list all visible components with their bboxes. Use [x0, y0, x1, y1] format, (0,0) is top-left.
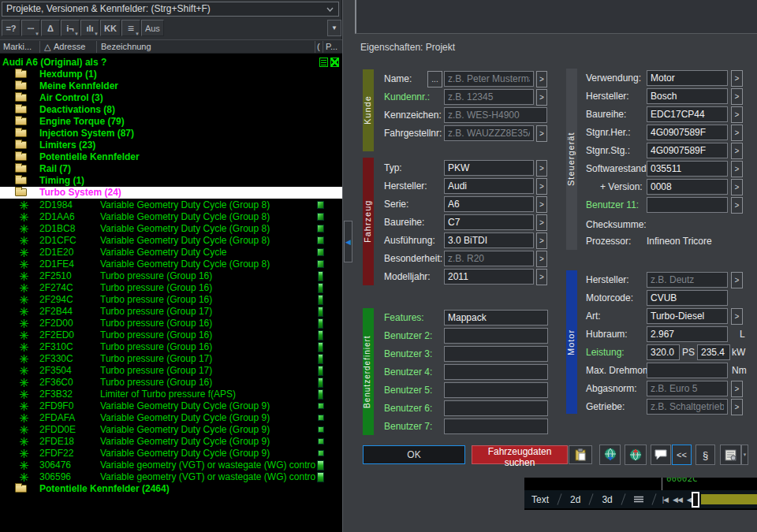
ausfuehrung-arrow-button[interactable]: > [536, 233, 547, 249]
map-row[interactable]: 2F310CTurbo pressure (Group 16) [0, 341, 342, 353]
leistung-ps-input[interactable] [647, 344, 680, 360]
verwendung-input[interactable] [647, 70, 728, 86]
tree-folder-meine-kennfelder[interactable]: Meine Kennfelder [0, 80, 342, 92]
map-row[interactable]: 2F2ED0Turbo pressure (Group 16) [0, 329, 342, 341]
nav-fast-back-button[interactable]: ◀◀ [673, 496, 682, 504]
max-drehmoment-input[interactable] [647, 363, 728, 378]
nav-first-button[interactable]: |◀ [662, 496, 668, 504]
map-row[interactable]: 2F3B32Limiter of Turbo pressure f(APS) [0, 389, 342, 400]
tree-folder-air-control[interactable]: Air Control (3) [0, 92, 342, 104]
globe-upload-button[interactable] [625, 445, 647, 465]
map-row[interactable]: 2D1E20Variable Geometry Duty Cycle [0, 247, 342, 259]
tree-folder-engine-torque[interactable]: Engine Torque (79) [0, 116, 342, 128]
horizontal-scrollbar[interactable] [701, 494, 757, 504]
stg-hersteller-arrow-button[interactable]: > [731, 88, 743, 105]
toolbar-dropdown-button[interactable]: ▼ [327, 20, 341, 36]
map-row[interactable]: 2D1AA6Variable Geometry Duty Cycle (Grou… [0, 211, 342, 223]
equals-question-icon[interactable]: =? [2, 20, 21, 36]
stg-hersteller-input[interactable] [647, 88, 728, 104]
collapse-dialog-button[interactable]: << [672, 445, 692, 465]
map-row[interactable]: 2FDD0EVariable Geometry Duty Cycle (Grou… [0, 424, 342, 436]
benutzer7-input[interactable] [444, 419, 548, 434]
tree-folder-limiters[interactable]: Limiters (23) [0, 140, 342, 151]
tree-folder-injection-system[interactable]: Injection System (87) [0, 128, 342, 140]
comment-button[interactable] [651, 445, 671, 465]
map-row[interactable]: 2F294CTurbo pressure (Group 16) [0, 294, 342, 306]
map-row[interactable]: 2F2D00Turbo pressure (Group 16) [0, 318, 342, 329]
map-row[interactable]: 2FD9F0Variable Geometry Duty Cycle (Grou… [0, 400, 342, 412]
art-input[interactable] [647, 308, 728, 324]
search-vehicle-data-button[interactable]: Fahrzeugdaten suchen [472, 445, 568, 464]
version-input[interactable] [647, 179, 728, 195]
tree-folder-potentielle-2464[interactable]: Potentielle Kennfelder (2464) [0, 483, 342, 495]
abgasnorm-arrow-button[interactable]: > [731, 381, 743, 397]
map-row[interactable]: 2F2B44Turbo pressure (Group 17) [0, 306, 342, 318]
motor-hersteller-arrow-button[interactable]: > [731, 272, 743, 288]
map-row[interactable]: 2F36C0Turbo pressure (Group 16) [0, 377, 342, 389]
delta-icon[interactable]: Δ [41, 20, 60, 36]
column-preview[interactable]: P... [326, 42, 337, 51]
column-divider[interactable] [315, 41, 315, 53]
notes-dropdown-button[interactable]: ▼ [741, 445, 748, 465]
getriebe-input[interactable] [647, 399, 728, 415]
map-row[interactable]: 2F274CTurbo pressure (Group 16) [0, 282, 342, 294]
aus-button[interactable]: Aus [141, 20, 164, 36]
nav-back-button[interactable]: ◀ [687, 496, 692, 504]
panel-splitter[interactable] [342, 0, 355, 532]
map-row[interactable]: 2F330CTurbo pressure (Group 17) [0, 353, 342, 365]
column-c4[interactable]: ( [317, 42, 320, 51]
stgnr-her-arrow-button[interactable]: > [731, 125, 743, 141]
map-row[interactable]: 2FDE18Variable Geometry Duty Cycle (Grou… [0, 436, 342, 448]
baureihe-input[interactable] [444, 214, 534, 230]
stgnr-her-input[interactable] [647, 125, 728, 140]
ausfuehrung-input[interactable] [444, 233, 534, 248]
tree-folder-timing[interactable]: Timing (1) [0, 175, 342, 187]
list-view-icon[interactable] [319, 58, 328, 67]
map-row[interactable]: 2D1984Variable Geometry Duty Cycle (Grou… [0, 199, 342, 211]
baureihe-arrow-button[interactable]: > [536, 214, 547, 231]
map-row[interactable]: 2D1BC8Variable Geometry Duty Cycle (Grou… [0, 223, 342, 235]
tree-folder-turbo-system-selected[interactable]: Turbo System (24) [0, 187, 342, 199]
stgnr-stg-arrow-button[interactable]: > [731, 143, 743, 159]
map-row[interactable]: 2D1FE4Variable Geometry Duty Cycle (Grou… [0, 259, 342, 270]
column-address[interactable]: Adresse [54, 42, 85, 51]
column-marked[interactable]: Marki... [3, 42, 32, 51]
flag-sort-icon[interactable]: ılı▼ [80, 20, 99, 36]
map-row[interactable]: 2D1CFCVariable Geometry Duty Cycle (Grou… [0, 235, 342, 247]
besonderheit-arrow-button[interactable]: > [536, 251, 547, 267]
map-row[interactable]: 2F2510Turbo pressure (Group 16) [0, 270, 342, 282]
verwendung-arrow-button[interactable]: > [731, 70, 743, 87]
tab-list[interactable] [627, 494, 651, 505]
splitter-collapse-handle[interactable]: ◀ [344, 221, 352, 262]
besonderheit-input[interactable] [444, 251, 534, 266]
tab-2d[interactable]: 2d [563, 494, 587, 505]
tree-root-row[interactable]: Audi A6 (Original) als ? [0, 57, 342, 69]
info-icon[interactable]: i¬▼ [61, 20, 80, 36]
softwarestand-arrow-button[interactable]: > [731, 161, 743, 177]
ok-button[interactable]: OK [363, 445, 465, 464]
stg-baureihe-arrow-button[interactable]: > [731, 106, 743, 123]
tab-text[interactable]: Text [524, 494, 556, 505]
column-divider[interactable] [96, 41, 97, 53]
softwarestand-input[interactable] [647, 161, 728, 177]
close-icon[interactable] [330, 58, 339, 67]
stgnr-stg-input[interactable] [647, 143, 728, 158]
tree-folder-hexdump[interactable]: Hexdump (1) [0, 69, 342, 80]
tab-3d[interactable]: 3d [595, 494, 619, 505]
motorcode-input[interactable] [647, 290, 728, 306]
map-row[interactable]: 2F3504Turbo pressure (Group 17) [0, 365, 342, 377]
tree-folder-potentielle[interactable]: Potentielle Kennfelder [0, 151, 342, 163]
paste-clipboard-button[interactable] [569, 445, 592, 464]
tree-folder-rail[interactable]: Rail (7) [0, 163, 342, 175]
motor-hersteller-input[interactable] [647, 272, 728, 288]
benutzer11-arrow-button[interactable]: > [731, 197, 743, 214]
tree-folder-deactivations[interactable]: Deactivations (8) [0, 104, 342, 116]
art-arrow-button[interactable]: > [731, 308, 743, 325]
text-cursor-block[interactable] [692, 492, 699, 508]
lines-icon[interactable]: ≡▼ [121, 20, 140, 36]
map-row[interactable]: 306596Variable geometry (VGT) or wastega… [0, 471, 342, 483]
leistung-kw-input[interactable] [697, 344, 730, 360]
notes-button[interactable] [720, 445, 741, 465]
column-name[interactable]: Bezeichnung [101, 42, 151, 51]
legal-paragraph-button[interactable]: § [695, 445, 715, 465]
